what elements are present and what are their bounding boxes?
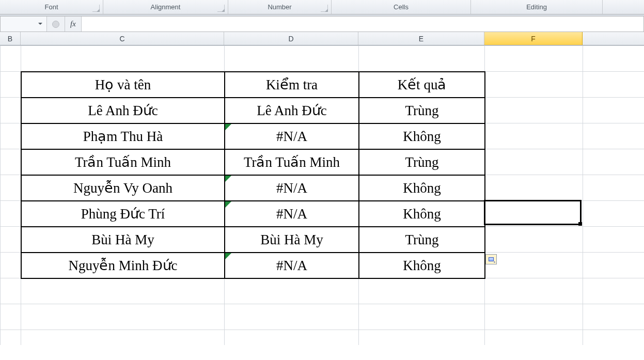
column-header-D[interactable]: D [224, 32, 358, 45]
cell[interactable]: Không [359, 253, 485, 278]
formula-bar: fx [0, 17, 644, 32]
error-indicator-icon[interactable] [225, 124, 231, 130]
table-row: Phạm Thu Hà#N/AKhông [21, 123, 485, 149]
cell[interactable]: Trùng [359, 227, 485, 253]
data-table[interactable]: Họ và tênKiểm traKết quảLê Anh ĐứcLê Anh… [21, 71, 485, 279]
error-indicator-icon[interactable] [225, 253, 231, 259]
cell[interactable]: Trần Tuấn Minh [225, 149, 359, 175]
table-row: Trần Tuấn MinhTrần Tuấn MinhTrùng [21, 149, 485, 175]
table-row: Phùng Đức Trí#N/AKhông [21, 201, 485, 227]
cell[interactable]: #N/A [225, 201, 359, 227]
table-row: Bùi Hà MyBùi Hà MyTrùng [21, 227, 485, 253]
dialog-launcher-icon[interactable] [92, 5, 100, 12]
cell[interactable]: Phùng Đức Trí [21, 201, 225, 227]
cell[interactable]: Lê Anh Đức [21, 98, 225, 123]
cell[interactable]: Không [359, 201, 485, 227]
cell[interactable]: #N/A [225, 253, 359, 278]
ribbon-group-number[interactable]: Number [228, 0, 332, 14]
ribbon-group-cells[interactable]: Cells [332, 0, 471, 14]
cell[interactable]: Trùng [359, 98, 485, 123]
cell[interactable]: Nguyễn Vy Oanh [21, 175, 225, 201]
cell[interactable]: Bùi Hà My [225, 227, 359, 253]
name-box[interactable] [1, 17, 47, 32]
gridline [0, 45, 644, 46]
ribbon-group-label: Font [44, 3, 58, 11]
column-header-C[interactable]: C [21, 32, 224, 45]
cell[interactable]: Trùng [359, 149, 485, 175]
cell[interactable]: Trần Tuấn Minh [21, 149, 225, 175]
ribbon-group-labels: FontAlignmentNumberCellsEditing [0, 0, 644, 14]
table-row: Nguyễn Vy Oanh#N/AKhông [21, 175, 485, 201]
paste-options-button[interactable]: + [485, 254, 497, 264]
ribbon-group-font[interactable]: Font [0, 0, 103, 14]
gridline [0, 45, 1, 345]
spreadsheet-grid[interactable]: Họ và tênKiểm traKết quảLê Anh ĐứcLê Anh… [0, 45, 644, 345]
ribbon-group-label: Cells [394, 3, 409, 11]
ribbon-group-editing[interactable]: Editing [471, 0, 603, 14]
cancel-formula-icon[interactable] [52, 21, 59, 28]
ribbon-group-alignment[interactable]: Alignment [103, 0, 228, 14]
cell[interactable]: Lê Anh Đức [225, 98, 359, 123]
cell[interactable]: Phạm Thu Hà [21, 123, 225, 149]
cell[interactable]: Họ và tên [21, 72, 225, 98]
table-header-row: Họ và tênKiểm traKết quả [21, 72, 485, 98]
ribbon-group-label: Editing [526, 3, 547, 11]
cell[interactable]: Kết quả [359, 72, 485, 98]
table-row: Nguyễn Minh Đức#N/AKhông [21, 253, 485, 278]
gridline [0, 304, 644, 304]
dialog-launcher-icon[interactable] [321, 5, 328, 12]
table-row: Lê Anh ĐứcLê Anh ĐứcTrùng [21, 98, 485, 123]
active-cell-outline[interactable] [484, 200, 582, 225]
error-indicator-icon[interactable] [225, 201, 231, 208]
column-header-F[interactable]: F [484, 32, 583, 45]
cell[interactable]: Bùi Hà My [21, 227, 225, 253]
formula-input[interactable] [82, 17, 643, 32]
insert-function-button[interactable]: fx [65, 17, 82, 32]
error-indicator-icon[interactable] [225, 176, 231, 182]
gridline [583, 45, 583, 345]
cell[interactable]: #N/A [225, 175, 359, 201]
cell[interactable]: Không [359, 175, 485, 201]
plus-icon: + [493, 261, 496, 264]
column-header-B[interactable]: B [0, 32, 21, 45]
dialog-launcher-icon[interactable] [217, 5, 225, 12]
column-headers: BCDEF [0, 32, 644, 45]
column-header-E[interactable]: E [358, 32, 484, 45]
cell[interactable]: #N/A [225, 123, 359, 149]
ribbon-group-label: Number [268, 3, 291, 11]
cell[interactable]: Kiểm tra [225, 72, 359, 98]
formula-bar-buttons [47, 17, 65, 32]
cell[interactable]: Nguyễn Minh Đức [21, 253, 225, 278]
cell[interactable]: Không [359, 123, 485, 149]
ribbon-group-label: Alignment [151, 3, 181, 11]
gridline [0, 330, 644, 330]
chevron-down-icon [38, 23, 42, 27]
